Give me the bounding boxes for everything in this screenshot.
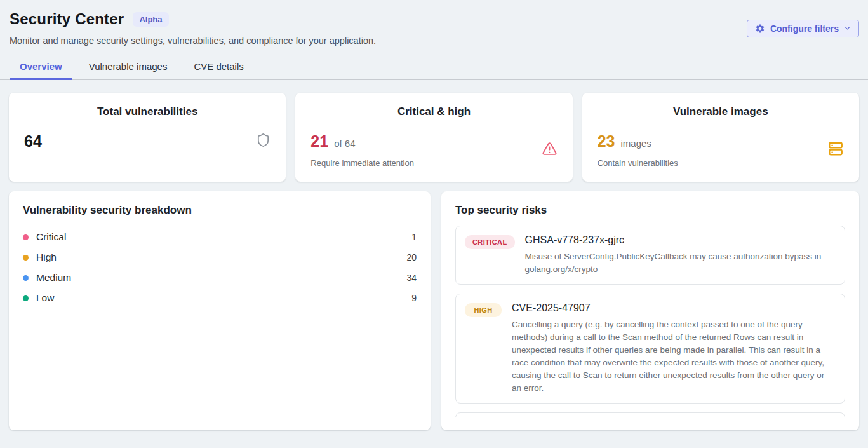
risk-item-cve-2025-47907[interactable]: HIGH CVE-2025-47907 Cancelling a query (… bbox=[455, 294, 845, 404]
breakdown-row-low: Low 9 bbox=[23, 288, 417, 308]
breakdown-label: High bbox=[36, 252, 57, 263]
warning-triangle-icon bbox=[542, 141, 558, 160]
critical-dot bbox=[23, 234, 29, 240]
stat-cards-row: Total vulnerabilities 64 Critical & high… bbox=[9, 93, 859, 182]
breakdown-label: Medium bbox=[36, 272, 71, 283]
card-title: Vulnerable images bbox=[598, 105, 844, 118]
top-risks-title: Top security risks bbox=[455, 204, 845, 217]
risks-list: CRITICAL GHSA-v778-237x-gjrc Misuse of S… bbox=[455, 226, 845, 417]
top-security-risks-panel: Top security risks CRITICAL GHSA-v778-23… bbox=[441, 191, 859, 430]
vulnerable-images-suffix: images bbox=[620, 138, 651, 149]
card-title: Total vulnerabilities bbox=[24, 105, 270, 118]
vulnerability-breakdown-panel: Vulnerability security breakdown Critica… bbox=[9, 191, 431, 430]
page-header: Security Center Alpha Monitor and manage… bbox=[0, 0, 868, 46]
severity-badge-high: HIGH bbox=[465, 303, 502, 317]
risk-id: CVE-2025-47907 bbox=[512, 302, 836, 314]
main-content: Total vulnerabilities 64 Critical & high… bbox=[0, 80, 868, 430]
card-total-vulnerabilities: Total vulnerabilities 64 bbox=[9, 93, 286, 182]
page-title: Security Center bbox=[10, 10, 124, 28]
risk-item-ghsa-v778-237x-gjrc[interactable]: CRITICAL GHSA-v778-237x-gjrc Misuse of S… bbox=[455, 226, 845, 285]
breakdown-value: 20 bbox=[406, 252, 417, 262]
card-critical-high: Critical & high 21 of 64 Require immedia… bbox=[295, 93, 572, 182]
panels-row: Vulnerability security breakdown Critica… bbox=[9, 191, 859, 430]
tab-overview[interactable]: Overview bbox=[10, 55, 72, 80]
card-title: Critical & high bbox=[310, 105, 557, 118]
tab-cve-details[interactable]: CVE details bbox=[184, 55, 253, 80]
tab-vulnerable-images[interactable]: Vulnerable images bbox=[79, 55, 178, 80]
server-icon bbox=[827, 140, 844, 160]
breakdown-rows: Critical 1 High 20 Medium 34 Low 9 bbox=[23, 227, 417, 308]
critical-high-value: 21 bbox=[310, 132, 328, 151]
risk-description: Misuse of ServerConfig.PublicKeyCallback… bbox=[525, 250, 836, 276]
breakdown-row-medium: Medium 34 bbox=[23, 268, 417, 288]
critical-high-caption: Require immediate attention bbox=[310, 158, 414, 168]
gear-icon bbox=[755, 24, 765, 34]
high-dot bbox=[23, 255, 29, 261]
breakdown-label: Low bbox=[36, 292, 54, 304]
breakdown-value: 34 bbox=[406, 273, 417, 283]
tab-bar: Overview Vulnerable images CVE details bbox=[0, 55, 868, 80]
risk-id: GHSA-v778-237x-gjrc bbox=[525, 234, 836, 246]
critical-high-suffix: of 64 bbox=[334, 138, 355, 149]
card-vulnerable-images: Vulnerable images 23 images Contain vuln… bbox=[582, 93, 859, 182]
vulnerable-images-caption: Contain vulnerabilities bbox=[598, 158, 678, 168]
configure-filters-label: Configure filters bbox=[770, 24, 839, 34]
alpha-badge: Alpha bbox=[133, 12, 168, 27]
chevron-down-icon bbox=[844, 25, 851, 32]
configure-filters-button[interactable]: Configure filters bbox=[747, 20, 859, 37]
risk-item-cve-2025-9086[interactable]: HIGH CVE-2025-9086 bbox=[455, 412, 845, 417]
breakdown-row-high: High 20 bbox=[23, 247, 417, 268]
breakdown-title: Vulnerability security breakdown bbox=[23, 204, 417, 217]
severity-badge-critical: CRITICAL bbox=[465, 235, 515, 249]
low-dot bbox=[23, 295, 29, 301]
breakdown-value: 9 bbox=[411, 293, 417, 303]
breakdown-value: 1 bbox=[411, 232, 417, 242]
risk-description: Cancelling a query (e.g. by cancelling t… bbox=[512, 318, 836, 395]
total-vulnerabilities-value: 64 bbox=[24, 132, 42, 151]
medium-dot bbox=[23, 275, 29, 281]
breakdown-row-critical: Critical 1 bbox=[23, 227, 417, 247]
breakdown-label: Critical bbox=[36, 231, 66, 243]
page-subtitle: Monitor and manage security settings, vu… bbox=[10, 36, 859, 46]
shield-icon bbox=[256, 133, 270, 150]
vulnerable-images-value: 23 bbox=[598, 132, 615, 151]
